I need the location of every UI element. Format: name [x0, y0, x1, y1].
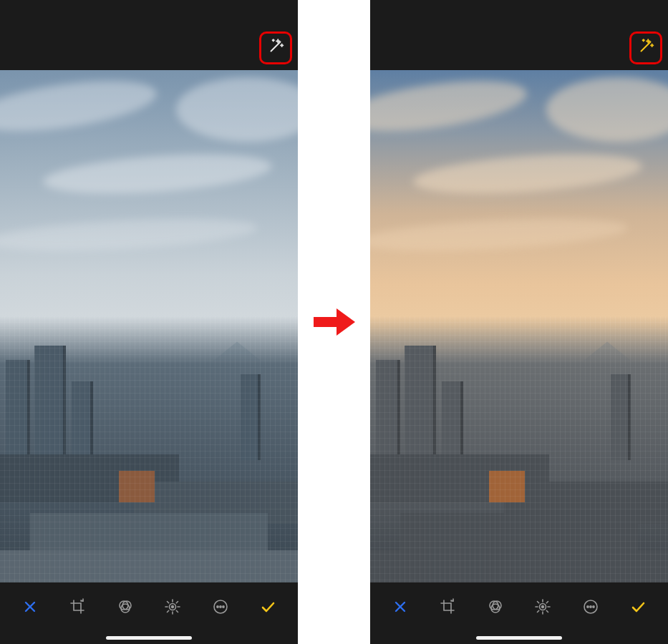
adjust-dial-icon — [534, 598, 551, 618]
svg-point-21 — [172, 606, 174, 608]
svg-line-19 — [168, 610, 169, 612]
svg-line-45 — [538, 602, 539, 603]
home-indicator[interactable] — [106, 636, 192, 640]
crop-button[interactable] — [433, 594, 462, 623]
photo-canvas[interactable] — [0, 70, 298, 582]
photo-editor-screen-after — [370, 0, 668, 644]
adjust-button[interactable] — [158, 594, 187, 623]
svg-line-48 — [546, 602, 548, 603]
svg-line-46 — [546, 610, 548, 612]
cancel-button[interactable] — [16, 594, 44, 623]
svg-point-51 — [586, 606, 588, 608]
done-button[interactable] — [624, 594, 652, 623]
editor-bottom-toolbar — [370, 582, 668, 644]
svg-point-49 — [542, 606, 544, 608]
more-ellipsis-icon — [582, 598, 599, 618]
svg-marker-27 — [337, 308, 355, 336]
more-button[interactable] — [206, 594, 235, 623]
auto-enhance-button[interactable] — [629, 31, 662, 64]
svg-line-18 — [176, 610, 178, 612]
svg-point-52 — [589, 606, 591, 608]
svg-point-53 — [592, 606, 594, 608]
magic-wand-icon — [266, 37, 285, 59]
svg-point-23 — [216, 606, 218, 608]
arrow-right-icon — [312, 304, 357, 340]
editor-top-bar — [0, 0, 298, 70]
magic-wand-icon — [636, 37, 655, 59]
more-ellipsis-icon — [212, 598, 229, 618]
svg-point-25 — [222, 606, 223, 608]
photo-city-region — [0, 316, 298, 582]
adjust-button[interactable] — [528, 594, 557, 623]
filters-button[interactable] — [111, 594, 140, 623]
more-button[interactable] — [576, 594, 605, 623]
check-icon — [629, 598, 647, 618]
svg-line-28 — [642, 42, 651, 52]
check-icon — [259, 598, 276, 618]
cancel-button[interactable] — [386, 594, 415, 623]
home-indicator[interactable] — [476, 636, 562, 640]
crop-button[interactable] — [63, 594, 92, 623]
photo-canvas[interactable] — [370, 70, 668, 582]
done-button[interactable] — [253, 594, 282, 623]
editor-bottom-toolbar — [0, 582, 298, 644]
svg-rect-26 — [314, 317, 338, 327]
crop-rotate-icon — [439, 598, 456, 618]
svg-line-20 — [176, 602, 178, 603]
x-icon — [392, 598, 409, 618]
filters-button[interactable] — [481, 594, 510, 623]
svg-point-39 — [491, 604, 500, 613]
filters-icon — [487, 598, 504, 618]
comparison-gap — [298, 0, 370, 644]
adjust-dial-icon — [164, 598, 181, 618]
crop-rotate-icon — [69, 598, 86, 618]
photo-editor-screen-before — [0, 0, 298, 644]
auto-enhance-button[interactable] — [259, 31, 292, 64]
photo-city-region — [370, 316, 668, 582]
filters-icon — [117, 598, 134, 618]
editor-top-bar — [370, 0, 668, 70]
svg-point-11 — [121, 604, 130, 613]
svg-point-24 — [219, 606, 221, 608]
svg-line-47 — [538, 610, 539, 612]
svg-line-17 — [168, 602, 169, 603]
x-icon — [21, 598, 39, 618]
svg-line-0 — [271, 42, 281, 52]
